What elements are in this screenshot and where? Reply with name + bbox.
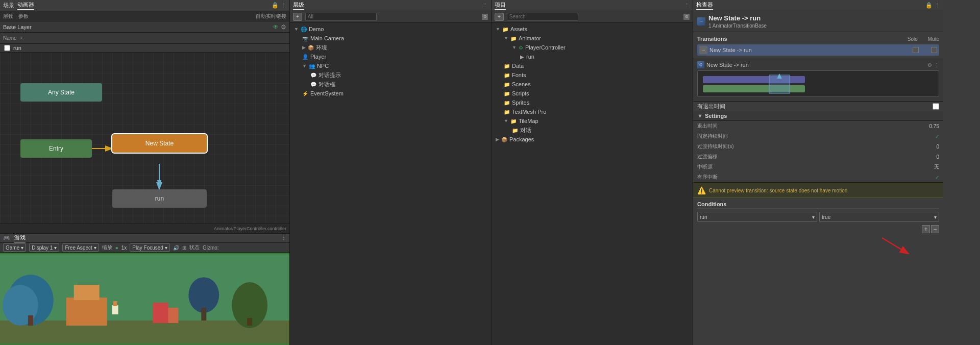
hierarchy-search[interactable]	[305, 13, 377, 21]
tree-item-demo[interactable]: ▼ 🌐 Demo	[290, 24, 491, 34]
aspect-label: Free Aspect	[65, 245, 92, 251]
tilemap-icon: 📁	[510, 118, 517, 124]
run-checkbox[interactable]	[4, 45, 10, 51]
zoom-value: 1x	[121, 245, 127, 251]
game-panel-header: 🎮 游戏 ⋮	[0, 234, 289, 243]
settings-icon[interactable]: ⚙	[281, 23, 286, 31]
animator-tab[interactable]: 动画器	[17, 1, 34, 10]
tree-duihua[interactable]: 📁 对话	[492, 126, 693, 135]
footer-path: Animator/PlayerController.controller	[214, 226, 286, 231]
project-toolbar: + ⊙	[492, 11, 693, 22]
scene-tab[interactable]: 场景	[3, 2, 14, 9]
transition-icon: →	[699, 46, 707, 54]
tree-scripts[interactable]: 📁 Scripts	[492, 89, 693, 98]
has-exit-time-label: 有退出时间	[697, 103, 725, 110]
tree-scenes[interactable]: 📁 Scenes	[492, 80, 693, 89]
transition-offset-row: 过渡偏移 0	[693, 152, 943, 162]
any-state-node[interactable]: Any State	[20, 83, 102, 102]
run-state-node[interactable]: run	[112, 189, 207, 208]
ordered-interruption-row: 有序中断 ✓	[693, 172, 943, 182]
transition-item-row[interactable]: → New State -> run	[697, 44, 939, 56]
demo-icon: 🌐	[301, 27, 307, 32]
tree-packages[interactable]: ▶ 📦 Packages	[492, 135, 693, 144]
new-state-node[interactable]: New State	[112, 134, 207, 153]
hierarchy-more[interactable]: ⋮	[482, 2, 488, 9]
hierarchy-add-btn[interactable]: +	[293, 13, 302, 21]
has-exit-time-checkbox[interactable]	[933, 103, 939, 110]
condition-value-select[interactable]: true ▾	[819, 212, 939, 222]
fonts-icon: 📁	[504, 72, 510, 78]
env-icon: 📦	[308, 45, 314, 51]
game-dropdown[interactable]: Game ▾	[3, 243, 26, 252]
project-panel: 项目 ⋮ + ⊙ ▼ 📁 Assets ▼ 📁 Animator ▼ ⚙	[492, 0, 693, 345]
project-add-btn[interactable]: +	[495, 13, 504, 21]
warning-text: Cannot preview transition: source state …	[709, 188, 847, 193]
detail-settings-icon[interactable]: ⚙	[927, 62, 932, 68]
more-icon[interactable]: ⋮	[281, 2, 286, 9]
project-search[interactable]	[507, 13, 578, 21]
hierarchy-tree: ▼ 🌐 Demo 📷 Main Camera ▶ 📦 环境 👤 Player ▼…	[290, 22, 491, 345]
main-camera-label: Main Camera	[310, 35, 344, 41]
npc-icon: 👥	[309, 63, 315, 69]
aspect-dropdown[interactable]: Free Aspect ▾	[62, 243, 99, 252]
tree-item-player[interactable]: 👤 Player	[290, 52, 491, 61]
add-param-btn[interactable]: +	[20, 35, 23, 41]
condition-remove-btn[interactable]: −	[931, 225, 939, 233]
transitions-section: Transitions Solo Mute → New State -> run	[693, 32, 943, 59]
tree-data[interactable]: 📁 Data	[492, 61, 693, 70]
solo-checkbox[interactable]	[913, 47, 919, 53]
ordered-interruption-label: 有序中断	[697, 174, 933, 181]
npc-label: NPC	[317, 63, 329, 69]
tree-playercontroller[interactable]: ▼ ⚙ PlayerController	[492, 43, 693, 52]
tree-assets[interactable]: ▼ 📁 Assets	[492, 24, 693, 34]
condition-add-btn[interactable]: +	[922, 225, 930, 233]
animator-folder-icon: 📁	[510, 36, 517, 41]
animator-canvas[interactable]: Any State Entry New State run	[0, 53, 289, 224]
zoom-slider[interactable]: ●	[115, 245, 118, 251]
tree-item-eventsystem[interactable]: ⚡ EventSystem	[290, 89, 491, 98]
tree-item-camera[interactable]: 📷 Main Camera	[290, 34, 491, 43]
tree-tilemap[interactable]: ▼ 📁 TileMap	[492, 116, 693, 126]
hierarchy-filter[interactable]: ⊙	[482, 14, 488, 20]
project-filter[interactable]: ⊙	[683, 14, 690, 20]
tree-animator[interactable]: ▼ 📁 Animator	[492, 34, 693, 43]
red-arrow-svg	[872, 235, 913, 256]
eventsystem-icon: ⚡	[302, 91, 308, 96]
tree-sprites[interactable]: 📁 Sprites	[492, 98, 693, 107]
layers-tab[interactable]: 层数	[3, 13, 13, 20]
tree-textmesh[interactable]: 📁 TextMesh Pro	[492, 107, 693, 116]
conditions-section: Conditions run ▾ true ▾ + −	[693, 198, 943, 235]
detail-label: New State -> run	[706, 62, 749, 68]
tree-item-npc-child2[interactable]: 💬 对话框	[290, 80, 491, 89]
more-btn[interactable]: ⋮	[281, 235, 286, 241]
svg-rect-13	[201, 308, 206, 321]
mute-checkbox[interactable]	[931, 47, 937, 53]
playercontroller-label: PlayerController	[525, 44, 566, 51]
exit-time-value: 0.75	[929, 124, 939, 129]
tree-item-npc-child1[interactable]: 💬 对话提示	[290, 70, 491, 80]
condition-param-select[interactable]: run ▾	[697, 212, 817, 222]
inspector-lock[interactable]: 🔒	[925, 2, 933, 9]
dropdown-arrow2: ▾	[54, 245, 57, 251]
game-tab[interactable]: 游戏	[14, 234, 26, 242]
preview-timeline	[697, 70, 939, 97]
project-more[interactable]: ⋮	[684, 2, 690, 9]
hierarchy-panel: 层级 ⋮ + ⊙ ▼ 🌐 Demo 📷 Main Camera ▶ 📦 环	[290, 0, 492, 345]
play-focused-dropdown[interactable]: Play Focused ▾	[130, 243, 170, 252]
transition-detail-header: ⚙ New State -> run ⚙ ⋮	[697, 61, 939, 68]
interruption-label: 中断源	[697, 163, 932, 170]
grid-icon[interactable]: ⊞	[182, 245, 186, 251]
transition-duration-row: 过渡持续时间(s) 0	[693, 141, 943, 152]
display-dropdown[interactable]: Display 1 ▾	[29, 243, 59, 252]
npc-child1-icon: 💬	[310, 72, 316, 78]
tree-fonts[interactable]: 📁 Fonts	[492, 70, 693, 80]
params-tab[interactable]: 参数	[18, 13, 29, 20]
detail-more-icon[interactable]: ⋮	[934, 62, 939, 68]
tree-item-env[interactable]: ▶ 📦 环境	[290, 43, 491, 52]
tree-run[interactable]: ▶ run	[492, 52, 693, 61]
conditions-header: Conditions	[697, 200, 939, 209]
audio-icon[interactable]: 🔊	[173, 245, 179, 251]
tree-item-npc[interactable]: ▼ 👥 NPC	[290, 61, 491, 70]
entry-node[interactable]: Entry	[20, 139, 92, 158]
inspector-more[interactable]: ⋮	[935, 2, 940, 9]
